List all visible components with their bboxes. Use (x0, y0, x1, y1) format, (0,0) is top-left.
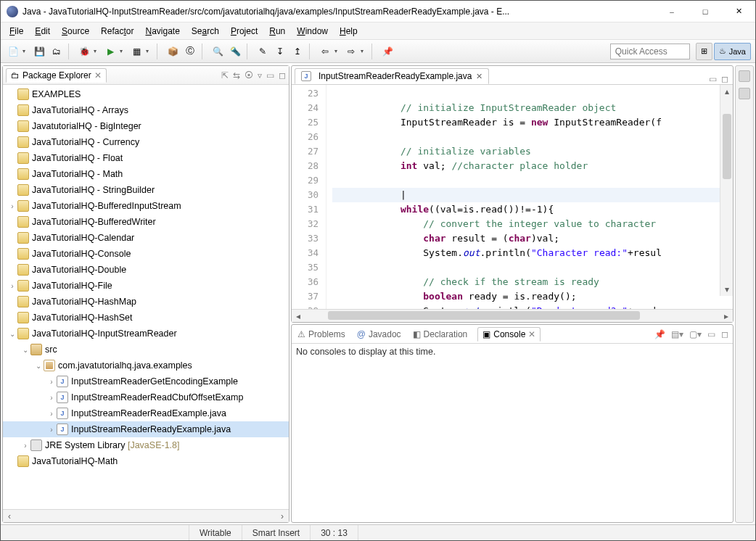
menu-refactor[interactable]: Refactor (96, 25, 138, 38)
tree-project[interactable]: JavatutorialHQ - BigInteger (3, 118, 289, 134)
folder-icon (17, 104, 29, 116)
new-dropdown[interactable]: ▾ (22, 48, 30, 54)
minimize-view-icon[interactable]: ▭ (266, 70, 274, 80)
tree-project[interactable]: JavaTutorialHQ - Arrays (3, 102, 289, 118)
forward-button[interactable]: ⇨ (343, 44, 359, 59)
perspective-java[interactable]: ♨ Java (714, 43, 751, 60)
coverage-dropdown[interactable]: ▾ (146, 48, 153, 54)
new-class-button[interactable]: Ⓒ (182, 44, 198, 59)
new-button[interactable]: 📄 (5, 44, 21, 59)
outline-minimized-strip[interactable] (735, 65, 754, 523)
quick-access-input[interactable] (610, 44, 690, 59)
tab-problems[interactable]: ⚠Problems (296, 328, 347, 341)
display-console-icon[interactable]: ▤▾ (671, 329, 683, 339)
code-area[interactable]: // initialize InputStreamReader object I… (326, 85, 733, 309)
editor-hscrollbar[interactable]: ◂▸ (292, 309, 733, 322)
tree-package[interactable]: ⌄com.javatutorialhq.java.examples (3, 358, 289, 373)
forward-dropdown[interactable]: ▾ (361, 48, 368, 54)
menu-project[interactable]: Project (226, 25, 262, 38)
tree-project[interactable]: JavaTutorialHQ-HashMap (3, 294, 289, 310)
filters-icon[interactable]: ⦿ (245, 70, 253, 80)
tree-project[interactable]: JavaTutorialHQ-Double (3, 262, 289, 278)
menu-help[interactable]: Help (335, 25, 362, 38)
back-dropdown[interactable]: ▾ (334, 48, 342, 54)
open-console-icon[interactable]: ▢▾ (689, 329, 702, 339)
save-all-button[interactable]: 🗂 (49, 44, 65, 59)
minimize-button[interactable]: – (655, 1, 689, 22)
tree-java-file-selected[interactable]: ›InputStreamReaderReadyExample.java (3, 421, 289, 437)
editor-maximize-icon[interactable]: ◻ (721, 74, 728, 84)
close-button[interactable]: ✕ (722, 1, 755, 22)
package-explorer-tree[interactable]: EXAMPLES JavaTutorialHQ - Arrays Javatut… (3, 85, 289, 509)
maximize-button[interactable]: □ (689, 1, 722, 22)
tree-project[interactable]: EXAMPLES (3, 86, 289, 102)
editor-tab-active[interactable]: InputStreamReaderReadyExample.java ✕ (295, 68, 489, 84)
run-button[interactable]: ▶ (102, 44, 118, 59)
view-menu-icon[interactable]: ▿ (258, 70, 262, 80)
restore-view-icon[interactable] (739, 70, 750, 82)
debug-button[interactable]: 🐞 (76, 44, 92, 59)
tree-java-file[interactable]: ›InputStreamReaderReadCbufOffsetExamp (3, 389, 289, 405)
menu-source[interactable]: Source (57, 25, 94, 38)
maximize-view-icon[interactable]: ◻ (279, 70, 286, 80)
pin-console-icon[interactable]: 📌 (654, 329, 665, 339)
console-max-icon[interactable]: ◻ (721, 329, 728, 339)
outline-icon[interactable] (739, 88, 750, 99)
menu-bar: File Edit Source Refactor Navigate Searc… (1, 22, 755, 40)
tree-project[interactable]: JavaTutorialHQ - StringBuilder (3, 182, 289, 198)
tab-javadoc[interactable]: @Javadoc (356, 328, 403, 341)
menu-search[interactable]: Search (187, 25, 223, 38)
debug-dropdown[interactable]: ▾ (94, 48, 101, 54)
search-button[interactable]: 🔦 (227, 44, 243, 59)
open-perspective-button[interactable]: ⊞ (696, 43, 712, 60)
new-package-button[interactable]: 📦 (165, 44, 181, 59)
save-button[interactable]: 💾 (31, 44, 47, 59)
toggle-mark-button[interactable]: ✎ (255, 44, 271, 59)
back-button[interactable]: ⇦ (317, 44, 333, 59)
menu-window[interactable]: Window (292, 25, 332, 38)
open-type-button[interactable]: 🔍 (210, 44, 226, 59)
editor-body[interactable]: 23242526272829303132333435363738 // init… (292, 85, 733, 309)
package-explorer-tab[interactable]: 🗀 Package Explorer ✕ (6, 68, 107, 83)
run-dropdown[interactable]: ▾ (120, 48, 127, 54)
tree-java-file[interactable]: ›InputStreamReaderReadExample.java (3, 405, 289, 421)
tree-project[interactable]: JavaTutorialHQ-HashSet (3, 310, 289, 326)
tree-project-expanded[interactable]: ⌄JavaTutorialHQ-InputStreamReader (3, 326, 289, 342)
link-editor-icon[interactable]: ⇆ (233, 70, 240, 80)
menu-edit[interactable]: Edit (30, 25, 54, 38)
tree-hscrollbar[interactable]: ‹› (3, 509, 289, 522)
prev-annotation-button[interactable]: ↥ (289, 44, 305, 59)
tree-src[interactable]: ⌄src (3, 342, 289, 358)
menu-file[interactable]: File (5, 25, 28, 38)
tree-project[interactable]: JavaTutorialHQ-Console (3, 246, 289, 262)
coverage-button[interactable]: ▦ (128, 44, 144, 59)
collapse-all-icon[interactable]: ⇱ (221, 70, 229, 80)
title-bar: Java - JavaTutorialHQ-InputStreamReader/… (1, 1, 755, 22)
tree-java-file[interactable]: ›InputStreamReaderGetEncodingExample (3, 373, 289, 389)
tab-close-icon[interactable]: ✕ (476, 72, 482, 81)
java-file-icon (57, 424, 68, 435)
tree-project[interactable]: JavaTutorialHQ-Calendar (3, 230, 289, 246)
folder-icon (17, 168, 29, 180)
console-min-icon[interactable]: ▭ (707, 329, 715, 339)
menu-run[interactable]: Run (265, 25, 289, 38)
folder-icon (17, 152, 29, 164)
tab-declaration[interactable]: ◧Declaration (411, 328, 469, 341)
pin-button[interactable]: 📌 (379, 44, 395, 59)
editor-minimize-icon[interactable]: ▭ (709, 74, 717, 84)
tree-project[interactable]: ›JavaTutorialHQ-BufferedInputStream (3, 198, 289, 214)
library-icon (30, 439, 42, 451)
tree-project[interactable]: JavaTutorialHQ-Math (3, 453, 289, 469)
tree-project[interactable]: ›JavaTutorialHQ-File (3, 278, 289, 294)
tree-project[interactable]: JavaTutorialHQ-BufferedWriter (3, 214, 289, 230)
tab-console[interactable]: ▣Console ✕ (477, 327, 541, 342)
tree-project[interactable]: JavaTutorialHQ - Currency (3, 134, 289, 150)
editor-vscrollbar[interactable]: ▴▾ (720, 85, 733, 296)
folder-icon (17, 264, 29, 276)
tree-jre[interactable]: ›JRE System Library [JavaSE-1.8] (3, 437, 289, 453)
menu-navigate[interactable]: Navigate (141, 25, 184, 38)
tree-project[interactable]: JavaTutorialHQ - Math (3, 166, 289, 182)
project-icon (17, 200, 29, 212)
next-annotation-button[interactable]: ↧ (272, 44, 288, 59)
tree-project[interactable]: JavaTutorialHQ - Float (3, 150, 289, 166)
